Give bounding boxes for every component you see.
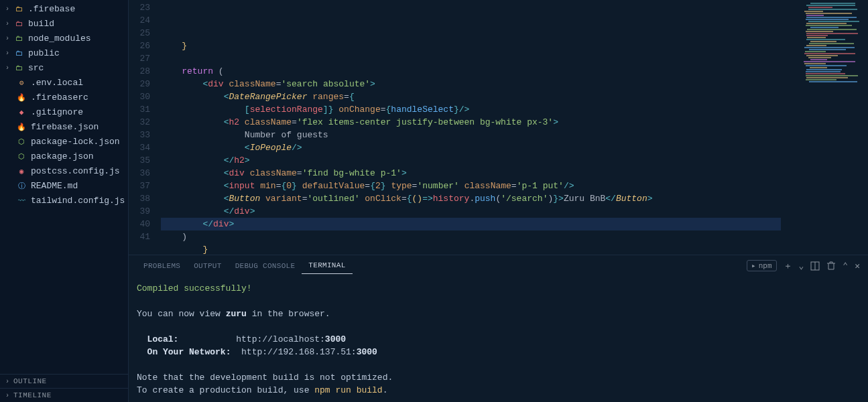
task-label: npm (759, 262, 772, 270)
file-item[interactable]: 〰tailwind.config.js (0, 193, 128, 208)
terminal-output[interactable]: Compiled successfully! You can now view … (129, 277, 868, 402)
code-line: <IoPeople/> (161, 141, 794, 154)
file-name: postcss.config.js (31, 166, 120, 176)
code-line: ) (161, 230, 794, 243)
outline-section[interactable]: › OUTLINE (0, 374, 128, 388)
timeline-section[interactable]: › TIMELINE (0, 388, 128, 402)
chevron-right-icon: › (5, 64, 13, 72)
tab-terminal[interactable]: TERMINAL (302, 257, 352, 274)
file-item[interactable]: ◆.gitignore (0, 105, 128, 119)
terminal-dropdown-icon[interactable]: ⌄ (799, 261, 804, 271)
new-terminal-button[interactable]: ＋ (784, 260, 792, 272)
folder-name: .firebase (28, 4, 75, 14)
terminal-task-selector[interactable]: ▸ npm (747, 260, 776, 271)
minimap[interactable] (794, 0, 868, 255)
folder-item[interactable]: ›🗀node_modules (0, 31, 128, 46)
code-line: <h2 className='flex items-center justify… (161, 116, 794, 129)
file-name: package.json (31, 151, 94, 161)
folder-item[interactable]: ›🗀build (0, 16, 128, 31)
file-icon: 〰 (16, 195, 27, 206)
chevron-right-icon: › (5, 5, 13, 13)
file-item[interactable]: 🔥firebase.json (0, 119, 128, 134)
folder-item[interactable]: ›🗀public (0, 46, 128, 60)
tab-problems[interactable]: PROBLEMS (137, 258, 187, 274)
file-name: .env.local (31, 78, 83, 88)
chevron-right-icon: › (5, 50, 13, 57)
code-line: <input min={0} defaultValue={2} type='nu… (161, 180, 794, 192)
file-explorer: ›🗀.firebase›🗀build›🗀node_modules›🗀public… (0, 0, 129, 402)
file-item[interactable]: ◉postcss.config.js (0, 163, 128, 178)
file-tree[interactable]: ›🗀.firebase›🗀build›🗀node_modules›🗀public… (0, 0, 128, 374)
outline-label: OUTLINE (13, 377, 47, 385)
code-line: </div> (161, 218, 794, 230)
file-icon: ⓘ (16, 180, 27, 191)
panel-tabs: PROBLEMS OUTPUT DEBUG CONSOLE TERMINAL ▸… (129, 255, 868, 277)
code-line: <DateRangePicker ranges={ (161, 90, 794, 103)
chevron-right-icon: › (5, 20, 13, 27)
file-icon: ⬡ (16, 136, 27, 147)
folder-item[interactable]: ›🗀.firebase (0, 1, 128, 16)
folder-icon: 🗀 (13, 33, 24, 44)
chevron-right-icon: › (5, 392, 13, 399)
file-name: tailwind.config.js (31, 196, 125, 206)
folder-name: node_modules (28, 34, 91, 44)
terminal-icon: ▸ (751, 261, 756, 270)
bottom-panel: PROBLEMS OUTPUT DEBUG CONSOLE TERMINAL ▸… (129, 255, 868, 402)
file-icon: 🔥 (16, 92, 27, 103)
close-panel-button[interactable]: ✕ (855, 261, 860, 271)
main-area: 23242526272829303132333435363738394041 }… (129, 0, 868, 402)
code-line: <div className='find bg-white p-1'> (161, 167, 794, 180)
code-line: } (161, 243, 794, 255)
folder-item[interactable]: ›🗀src (0, 60, 128, 75)
code-line: </h2> (161, 154, 794, 167)
file-name: .gitignore (31, 107, 83, 117)
file-name: .firebaserc (31, 92, 88, 103)
code-line: [selectionRange]} onChange={handleSelect… (161, 103, 794, 116)
line-numbers: 23242526272829303132333435363738394041 (129, 0, 161, 255)
folder-icon: 🗀 (13, 62, 24, 73)
code-line: </div> (161, 205, 794, 218)
code-line (161, 52, 794, 65)
tab-output[interactable]: OUTPUT (187, 258, 228, 274)
file-item[interactable]: ⬡package-lock.json (0, 134, 128, 149)
file-icon: ⚙ (16, 77, 27, 88)
file-icon: ⬡ (16, 151, 27, 161)
code-line: <div className='search absolute'> (161, 78, 794, 90)
file-item[interactable]: 🔥.firebaserc (0, 90, 128, 105)
minimap-viewport (804, 3, 864, 70)
file-icon: ◆ (16, 107, 27, 117)
folder-icon: 🗀 (13, 48, 24, 58)
timeline-label: TIMELINE (13, 391, 52, 399)
chevron-right-icon: › (5, 35, 13, 42)
file-name: README.md (31, 181, 78, 191)
folder-name: public (28, 48, 60, 58)
code-line: } (161, 40, 794, 52)
kill-terminal-button[interactable] (826, 261, 836, 271)
file-item[interactable]: ⓘREADME.md (0, 178, 128, 193)
folder-icon: 🗀 (13, 18, 24, 29)
code-line: return ( (161, 65, 794, 78)
code-line: <Button variant='outlined' onClick={()=>… (161, 192, 794, 205)
folder-icon: 🗀 (13, 3, 24, 14)
tab-debug-console[interactable]: DEBUG CONSOLE (229, 258, 302, 274)
code-line: Number of guests (161, 129, 794, 141)
file-icon: 🔥 (16, 121, 27, 132)
file-name: package-lock.json (31, 137, 120, 147)
folder-name: src (28, 63, 44, 73)
file-item[interactable]: ⚙.env.local (0, 75, 128, 90)
code-area[interactable]: } return ( <div className='search absolu… (161, 0, 794, 255)
file-item[interactable]: ⬡package.json (0, 149, 128, 163)
chevron-right-icon: › (5, 378, 13, 385)
maximize-panel-button[interactable]: ⌃ (843, 261, 848, 271)
compile-status: Compiled successfully! (137, 283, 252, 293)
split-terminal-button[interactable] (810, 261, 820, 271)
editor[interactable]: 23242526272829303132333435363738394041 }… (129, 0, 868, 255)
file-name: firebase.json (31, 122, 99, 132)
file-icon: ◉ (16, 165, 27, 176)
folder-name: build (28, 19, 54, 29)
